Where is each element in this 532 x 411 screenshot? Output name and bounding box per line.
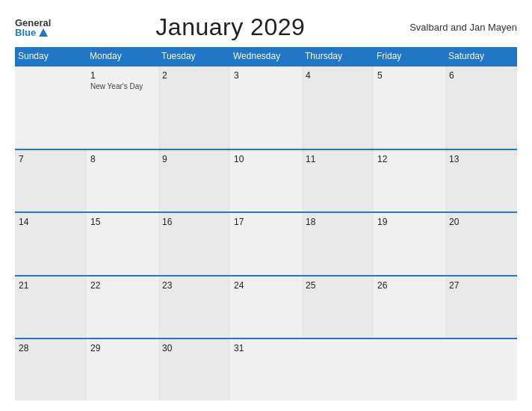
day-number: 12 (377, 154, 442, 164)
day-number: 4 (306, 70, 370, 81)
day-number: 19 (377, 217, 442, 227)
header: General Blue January 2029 Svalbard and J… (15, 13, 517, 41)
day-number: 11 (306, 154, 370, 164)
calendar-cell (302, 339, 374, 401)
calendar-page: General Blue January 2029 Svalbard and J… (0, 0, 532, 411)
calendar-week-row: 21222324252627 (15, 276, 517, 339)
day-number: 25 (306, 280, 370, 291)
day-number: 5 (377, 70, 442, 81)
calendar-cell: 13 (445, 149, 517, 212)
calendar-cell: 19 (374, 212, 445, 275)
calendar-week-row: 14151617181920 (15, 212, 517, 275)
days-header-row: Sunday Monday Tuesday Wednesday Thursday… (15, 47, 517, 66)
calendar-cell: 8 (87, 149, 158, 212)
header-thursday: Thursday (302, 47, 374, 66)
calendar-cell: 1New Year's Day (87, 66, 158, 149)
calendar-cell (15, 66, 87, 149)
calendar-cell: 10 (230, 149, 302, 212)
header-friday: Friday (374, 47, 445, 66)
day-number: 17 (234, 217, 298, 227)
holiday-label: New Year's Day (90, 82, 155, 91)
day-number: 7 (19, 154, 83, 164)
calendar-cell: 15 (87, 212, 158, 275)
calendar-cell: 12 (374, 149, 445, 212)
calendar-cell: 23 (158, 276, 230, 339)
calendar-cell: 2 (158, 66, 230, 149)
day-number: 3 (234, 70, 298, 81)
header-sunday: Sunday (15, 47, 87, 66)
calendar-cell: 5 (374, 66, 445, 149)
day-number: 15 (90, 217, 155, 227)
day-number: 6 (449, 70, 513, 81)
day-number: 1 (90, 70, 155, 81)
calendar-week-row: 1New Year's Day23456 (15, 66, 517, 149)
day-number: 8 (90, 154, 155, 164)
day-number: 24 (234, 280, 298, 291)
day-number: 18 (306, 217, 370, 227)
header-wednesday: Wednesday (230, 47, 302, 66)
calendar-cell: 16 (158, 212, 230, 275)
day-number: 26 (377, 280, 442, 291)
logo: General Blue (15, 18, 51, 37)
calendar-cell: 26 (374, 276, 445, 339)
day-number: 29 (90, 343, 155, 353)
day-number: 14 (19, 217, 83, 227)
calendar-cell: 20 (445, 212, 517, 275)
header-saturday: Saturday (445, 47, 517, 66)
calendar-title: January 2029 (51, 13, 409, 41)
calendar-cell: 18 (302, 212, 374, 275)
calendar-body: 1New Year's Day2345678910111213141516171… (15, 66, 517, 401)
day-number: 27 (449, 280, 513, 291)
calendar-cell: 29 (87, 339, 158, 401)
day-number: 20 (449, 217, 513, 227)
header-tuesday: Tuesday (158, 47, 230, 66)
day-number: 10 (234, 154, 298, 164)
day-number: 2 (162, 70, 226, 81)
calendar-cell: 11 (302, 149, 374, 212)
calendar-cell: 9 (158, 149, 230, 212)
logo-triangle-icon (39, 28, 48, 37)
day-number: 23 (162, 280, 226, 291)
logo-blue-text: Blue (15, 28, 36, 37)
calendar-cell: 14 (15, 212, 87, 275)
day-number: 16 (162, 217, 226, 227)
calendar-table: Sunday Monday Tuesday Wednesday Thursday… (15, 47, 517, 401)
day-number: 21 (19, 280, 83, 291)
calendar-cell (445, 339, 517, 401)
calendar-cell: 3 (230, 66, 302, 149)
calendar-cell: 17 (230, 212, 302, 275)
calendar-cell: 6 (445, 66, 517, 149)
calendar-cell: 7 (15, 149, 87, 212)
calendar-cell: 22 (87, 276, 158, 339)
day-number: 9 (162, 154, 226, 164)
calendar-cell: 30 (158, 339, 230, 401)
day-number: 13 (449, 154, 513, 164)
calendar-cell: 31 (230, 339, 302, 401)
calendar-cell: 24 (230, 276, 302, 339)
day-number: 30 (162, 343, 226, 353)
header-monday: Monday (87, 47, 158, 66)
calendar-cell: 21 (15, 276, 87, 339)
day-number: 28 (19, 343, 83, 353)
calendar-week-row: 78910111213 (15, 149, 517, 212)
calendar-cell (374, 339, 445, 401)
calendar-week-row: 28293031 (15, 339, 517, 401)
calendar-cell: 4 (302, 66, 374, 149)
logo-general-text: General (15, 18, 51, 28)
calendar-header: Sunday Monday Tuesday Wednesday Thursday… (15, 47, 517, 66)
logo-blue-row: Blue (15, 28, 48, 37)
calendar-cell: 25 (302, 276, 374, 339)
region-label: Svalbard and Jan Mayen (409, 22, 517, 33)
calendar-cell: 27 (445, 276, 517, 339)
day-number: 31 (234, 343, 298, 353)
day-number: 22 (90, 280, 155, 291)
calendar-cell: 28 (15, 339, 87, 401)
